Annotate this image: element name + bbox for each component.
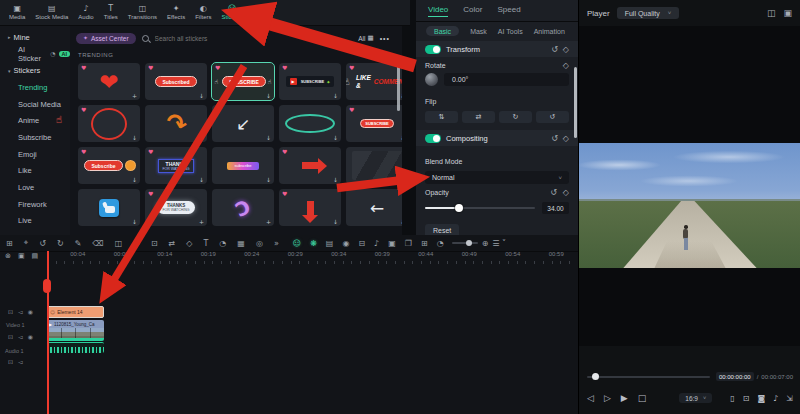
favorite-heart-icon[interactable]: ♥ <box>349 64 354 71</box>
sticker-purple-swirl[interactable]: ♥ Ɔ + <box>212 189 274 226</box>
mask-icon[interactable]: ⊟ <box>358 239 365 248</box>
tab-effects[interactable]: ✦ Effects <box>162 5 190 20</box>
sticker-red-heart[interactable]: ♥ ❤ + <box>78 63 140 100</box>
select-icon[interactable]: ⌖ <box>24 238 29 248</box>
sidebar-item-firework[interactable]: Firework <box>0 196 70 213</box>
lock-icon[interactable]: ⊡ <box>8 333 13 340</box>
sidebar-item-social-media[interactable]: Social Media <box>0 96 70 113</box>
quality-select[interactable]: Full Quality <box>617 7 680 19</box>
tab-titles[interactable]: T Titles <box>99 5 123 20</box>
sticker-tool-icon[interactable]: ☺ <box>293 239 301 248</box>
download-icon[interactable]: ↓ <box>400 92 402 99</box>
props-subtab-ai-tools[interactable]: AI Tools <box>498 28 523 35</box>
download-icon[interactable]: + <box>266 218 271 225</box>
keyframe-icon[interactable]: ◇ <box>563 61 569 70</box>
props-subtab-animation[interactable]: Animation <box>534 28 565 35</box>
settings-icon[interactable]: ⊞ <box>6 239 13 248</box>
crop-icon[interactable]: ⊡ <box>151 239 158 248</box>
split-icon[interactable]: ◫ <box>115 239 123 248</box>
props-tab-speed[interactable]: Speed <box>497 5 520 17</box>
sticker-like-comment[interactable]: ♥ LIKE & COMMENT! ↓ <box>346 63 402 100</box>
video-clip[interactable]: ▶ 1120815_Young_Ca <box>47 320 104 341</box>
rotate-input[interactable]: 0.00° <box>444 73 569 86</box>
duplicate-icon[interactable]: ❐ <box>405 239 412 248</box>
sticker-thanks-for-watching-blue[interactable]: ♥ THANKS FOR WATCHING ↓ <box>145 147 207 184</box>
snapshot-icon[interactable]: ◙ <box>757 394 765 403</box>
flip-horizontal-button[interactable]: ⇄ <box>462 111 495 123</box>
layers-icon[interactable]: ▤ <box>326 239 334 248</box>
compositing-toggle[interactable] <box>425 134 441 143</box>
sticker-red-circle[interactable]: ♥ ↓ <box>78 105 140 142</box>
prev-frame-icon[interactable]: ◁ <box>587 393 594 403</box>
edit-icon[interactable]: ✎ <box>75 239 82 248</box>
sticker-subscribe-pill[interactable]: ♥ SUBSCRIBE ↓ <box>212 63 274 100</box>
sidebar-item-trending[interactable]: Trending <box>0 79 70 96</box>
stop-icon[interactable]: □ <box>638 393 647 403</box>
keyframe-icon[interactable]: ◇ <box>563 134 569 143</box>
text-icon[interactable]: T <box>203 239 208 248</box>
download-icon[interactable]: ↓ <box>199 92 204 99</box>
tab-transitions[interactable]: ◫ Transitions <box>123 5 162 20</box>
rotate-ccw-button[interactable]: ↺ <box>536 111 569 123</box>
link-icon[interactable]: ⊗ <box>5 252 11 260</box>
undo-icon[interactable]: ↺ <box>39 239 46 248</box>
props-subtab-mask[interactable]: Mask <box>470 28 487 35</box>
download-icon[interactable]: + <box>132 92 137 99</box>
sticker-teal-ellipse[interactable]: ♥ ↓ <box>279 105 341 142</box>
filter-all-button[interactable]: All ▦ <box>358 35 373 42</box>
reset-button[interactable]: Reset <box>425 224 459 235</box>
sticker-subscribe-bell[interactable]: ♥ Subscribe ↓ <box>78 147 140 184</box>
download-icon[interactable]: ↓ <box>266 92 271 99</box>
download-icon[interactable]: ↓ <box>132 176 137 183</box>
display-icon[interactable]: ⊡ <box>743 394 750 403</box>
sidebar-item-love[interactable]: Love <box>0 179 70 196</box>
tab-stickers[interactable]: ☺ Stickers <box>217 5 248 20</box>
sticker-subscribed-pill[interactable]: ♥ Subscribed ↓ <box>145 63 207 100</box>
props-subtab-basic[interactable]: Basic <box>426 26 459 36</box>
favorite-heart-icon[interactable]: ♥ <box>148 64 153 71</box>
sticker-red-arrow-right[interactable]: ♥ ↓ <box>279 147 341 184</box>
mute-icon[interactable]: ◅ <box>18 308 23 315</box>
sidebar-item-mine[interactable]: ▸ Mine <box>0 29 70 46</box>
timer-icon[interactable]: ◔ <box>219 239 226 248</box>
opacity-slider[interactable] <box>425 207 535 209</box>
props-scrollbar[interactable] <box>574 67 577 138</box>
mute-icon[interactable]: ◅ <box>18 358 23 365</box>
search-input[interactable] <box>153 34 257 43</box>
mirror-icon[interactable]: ⇄ <box>169 239 176 248</box>
redo-icon[interactable]: ↻ <box>57 239 64 248</box>
favorite-heart-icon[interactable]: ♥ <box>349 106 354 113</box>
download-icon[interactable]: ↓ <box>199 176 204 183</box>
fullscreen-icon[interactable]: ⇲ <box>786 394 793 403</box>
props-tab-video[interactable]: Video <box>428 5 448 17</box>
timeline-zoom-slider[interactable] <box>452 242 478 244</box>
reset-icon[interactable]: ↺ <box>550 188 557 197</box>
blend-mode-select[interactable]: Normal <box>425 171 569 184</box>
more-tools-icon[interactable]: » <box>274 239 279 248</box>
download-icon[interactable]: ↓ <box>132 134 137 141</box>
keyframe-icon[interactable]: ◇ <box>563 188 569 197</box>
favorite-heart-icon[interactable]: ♥ <box>148 190 153 197</box>
sticker-panel-scrollbar[interactable] <box>397 56 400 111</box>
sidebar-item-ai-sticker[interactable]: AI Sticker ◔ AI <box>0 46 70 63</box>
sticker-subscribe-small[interactable]: ♥ SUBSCRIBE ↓ <box>346 105 402 142</box>
rotate-cw-button[interactable]: ↻ <box>499 111 532 123</box>
sidebar-item-live[interactable]: Live <box>0 213 70 230</box>
tab-media[interactable]: ▣ Media <box>4 5 30 20</box>
transform-toggle[interactable] <box>425 45 441 54</box>
download-icon[interactable]: ↓ <box>400 218 402 225</box>
opacity-slider-thumb[interactable] <box>455 204 463 212</box>
lock-icon[interactable]: ⊡ <box>8 308 13 315</box>
compare-view-icon[interactable]: ◫ <box>767 8 776 18</box>
download-icon[interactable]: + <box>400 176 402 183</box>
sticker-subscribe-gradient[interactable]: ♥ subscribe ↓ <box>212 147 274 184</box>
download-icon[interactable]: ↓ <box>199 134 204 141</box>
keyframe-icon[interactable]: ◇ <box>563 45 569 54</box>
flip-vertical-button[interactable]: ⇅ <box>425 111 458 123</box>
tab-stock-media[interactable]: ▤ Stock Media <box>30 5 73 20</box>
lock-icon[interactable]: ⊡ <box>8 358 13 365</box>
tab-text[interactable]: ⊞ Text <box>248 5 269 20</box>
sidebar-item-stickers[interactable]: ▾ Stickers <box>0 62 70 79</box>
sticker-sketch-arrow-downleft[interactable]: ♥ ↙ ↓ <box>212 105 274 142</box>
sticker-orange-curved-arrow[interactable]: ♥ ↷ ↓ <box>145 105 207 142</box>
